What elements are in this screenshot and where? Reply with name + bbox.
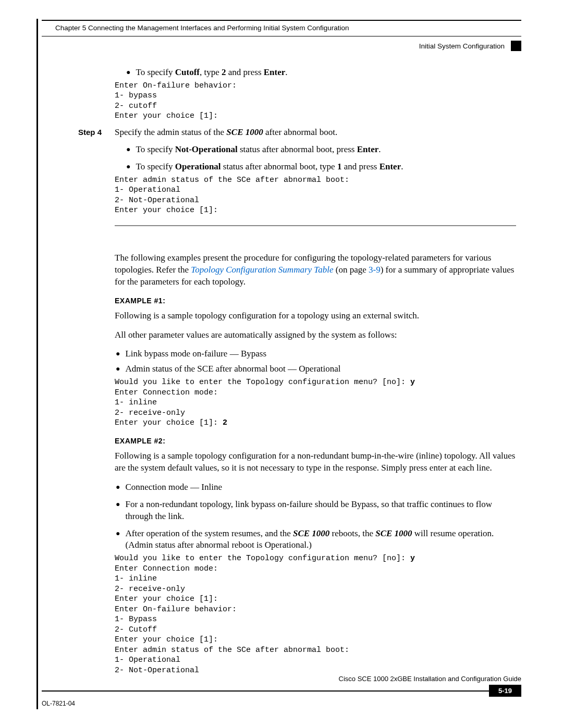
ex1-bullet-2: ● Admin status of the SCE after abnormal… [115,363,516,375]
code-block-2: Enter admin status of the SCe after abno… [115,175,516,216]
left-margin-bar [36,19,38,709]
bullet-dot-icon: ● [116,348,120,360]
sub-rule [42,36,521,36]
example-1-p2: All other parameter values are automatic… [115,329,516,341]
code-block-ex1: Would you like to enter the Topology con… [115,377,516,428]
bullet-text: To specify Not-Operational status after … [136,144,516,156]
top-rule [42,20,521,21]
bullet-operational: ● To specify Operational status after ab… [115,161,516,173]
bullet-cutoff: ● To specify Cutoff, type 2 and press En… [115,67,516,79]
example-1-title: EXAMPLE #1: [115,297,516,305]
bullet-dot-icon: ● [116,482,120,493]
example-1-p1: Following is a sample topology configura… [115,310,516,322]
page: Chapter 5 Connecting the Management Inte… [0,0,563,728]
bullet-text: After operation of the system resumes, a… [125,528,516,552]
bullet-dot-icon: ● [116,363,120,375]
bullet-text: Admin status of the SCE after abnormal b… [125,363,516,375]
footer-bottom-row: OL-7821-04 [42,697,521,707]
bullet-text: Connection mode — Inline [125,482,516,493]
bullet-text: To specify Cutoff, type 2 and press Ente… [136,67,516,79]
ex2-bullet-3: ● After operation of the system resumes,… [115,528,516,552]
footer-guide-title: Cisco SCE 1000 2xGBE Installation and Co… [339,675,521,683]
bullet-text: For a non-redundant topology, link bypas… [125,499,516,523]
example-2-p1: Following is a sample topology configura… [115,450,516,474]
bullet-text: To specify Operational status after abno… [136,161,516,173]
footer-rule [42,690,489,692]
chapter-header: Chapter 5 Connecting the Management Inte… [42,23,521,36]
intro-paragraph: The following examples present the proce… [115,252,516,288]
bullet-dot-icon: ● [126,144,130,156]
page-link[interactable]: 3-9 [369,265,381,275]
section-title: Initial System Configuration [419,42,505,50]
bullet-dot-icon: ● [126,67,130,79]
bullet-dot-icon: ● [126,161,130,173]
footer-doc-id: OL-7821-04 [42,697,75,707]
header-marker-box [511,41,521,51]
ex2-bullet-2: ● For a non-redundant topology, link byp… [115,499,516,523]
step-label: Step 4 [78,127,115,139]
footer-guide-row: Cisco SCE 1000 2xGBE Installation and Co… [42,675,521,683]
content-area: ● To specify Cutoff, type 2 and press En… [115,67,516,675]
ex2-bullet-1: ● Connection mode — Inline [115,482,516,493]
bullet-dot-icon: ● [116,528,120,552]
bullet-not-operational: ● To specify Not-Operational status afte… [115,144,516,156]
ex1-bullet-1: ● Link bypass mode on-failure — Bypass [115,348,516,360]
footer-page-number: 5-19 [489,685,521,697]
section-header-row: Initial System Configuration [42,41,521,51]
section-end-rule [115,225,516,226]
code-block-ex2: Would you like to enter the Topology con… [115,553,516,675]
topology-link[interactable]: Topology Configuration Summary Table [191,265,333,275]
example-2-title: EXAMPLE #2: [115,437,516,445]
bullet-dot-icon: ● [116,499,120,523]
footer-rule-wrap: 5-19 [42,685,521,697]
step-body: Specify the admin status of the SCE 1000… [115,127,516,139]
bullet-text: Link bypass mode on-failure — Bypass [125,348,516,360]
page-footer: Cisco SCE 1000 2xGBE Installation and Co… [42,675,521,707]
step-4-row: Step 4 Specify the admin status of the S… [78,127,516,139]
code-block-1: Enter On-failure behavior: 1- bypass 2- … [115,81,516,121]
